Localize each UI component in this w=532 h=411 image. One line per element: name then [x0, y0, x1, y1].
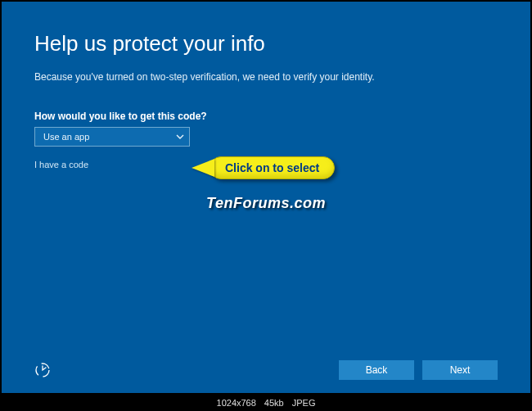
- code-method-label: How would you like to get this code?: [34, 111, 498, 122]
- oobe-screen: Help us protect your info Because you've…: [2, 2, 530, 393]
- page-subtitle: Because you've turned on two-step verifi…: [34, 71, 498, 83]
- annotation-callout: Click on to select: [192, 156, 335, 179]
- status-size: 45kb: [264, 398, 284, 408]
- status-format: JPEG: [292, 398, 316, 408]
- callout-arrow-icon: [192, 159, 214, 177]
- back-button[interactable]: Back: [339, 360, 414, 380]
- annotation-text: Click on to select: [210, 156, 335, 179]
- footer-bar: Back Next: [34, 360, 498, 380]
- watermark-text: TenForums.com: [206, 195, 326, 212]
- ease-of-access-icon[interactable]: [34, 362, 51, 378]
- status-dimensions: 1024x768: [217, 398, 256, 408]
- code-method-dropdown[interactable]: Use an app: [34, 127, 190, 147]
- image-status-bar: 1024x768 45kb JPEG: [0, 395, 532, 411]
- have-code-link[interactable]: I have a code: [34, 160, 88, 169]
- button-row: Back Next: [339, 360, 498, 380]
- next-button[interactable]: Next: [422, 360, 498, 380]
- chevron-down-icon: [176, 133, 184, 141]
- dropdown-selected-value: Use an app: [43, 132, 89, 142]
- page-title: Help us protect your info: [34, 31, 498, 56]
